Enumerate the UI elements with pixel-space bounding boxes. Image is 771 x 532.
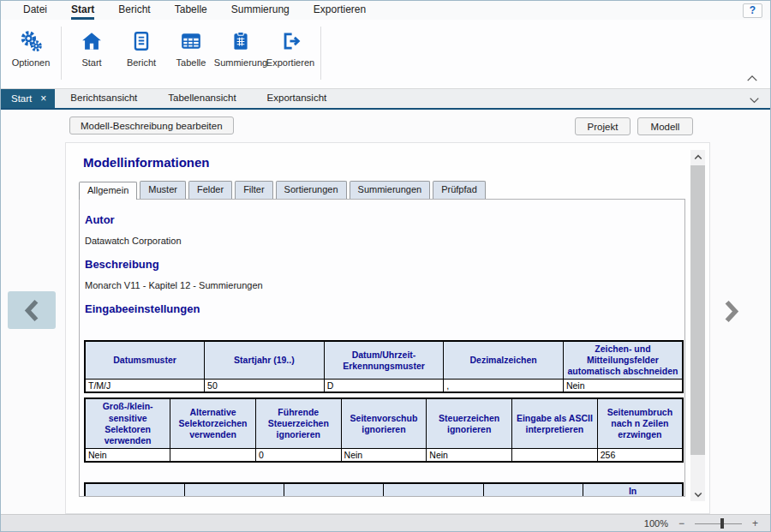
ribbon-collapse-chevron-icon[interactable] xyxy=(746,75,760,85)
tab-allgemein[interactable]: Allgemein xyxy=(79,182,137,200)
export-arrow-icon xyxy=(279,28,302,54)
help-button[interactable]: ? xyxy=(743,3,762,18)
edit-model-description-button[interactable]: Modell-Beschreibung bearbeiten xyxy=(69,117,234,134)
tab-sortierungen[interactable]: Sortierungen xyxy=(276,181,347,199)
table-cell: Nein xyxy=(427,448,512,462)
zoom-in-button[interactable]: + xyxy=(752,519,758,528)
tab-pruefpfad[interactable]: Prüfpfad xyxy=(433,181,486,199)
column-header: Zeichensatz xyxy=(184,483,284,497)
table-header-row: Groß-/klein-sensitive Selektoren verwend… xyxy=(85,398,683,448)
close-icon[interactable]: × xyxy=(40,94,46,103)
table-header-row: Trennzeichen Zeichensatz Erste Reihe ent… xyxy=(85,483,683,497)
menu-item-datei[interactable]: Datei xyxy=(11,1,59,20)
table-cell: Nein xyxy=(341,448,427,462)
column-header: Datum/Uhrzeit-Erkennungsmuster xyxy=(324,341,444,380)
column-header: Steuerzeichen ignorieren xyxy=(427,398,512,448)
view-tab-exportansicht[interactable]: Exportansicht xyxy=(252,89,343,108)
vertical-scrollbar[interactable] xyxy=(690,150,705,501)
tab-list-chevron-down-icon[interactable] xyxy=(749,97,760,104)
page-title: Modellinformationen xyxy=(83,155,709,170)
optionen-button[interactable]: Optionen xyxy=(6,23,56,68)
column-header: Datumsmuster xyxy=(85,341,205,380)
model-button[interactable]: Modell xyxy=(637,117,693,135)
app-window: Datei Start Bericht Tabelle Summierung E… xyxy=(0,0,771,532)
column-header: Bei Start zu überspringende Zeilen xyxy=(483,483,583,497)
column-header: Textkennzeichner xyxy=(384,483,483,497)
author-heading: Autor xyxy=(85,213,684,226)
column-header: Startjahr (19..) xyxy=(205,341,325,380)
column-header: Groß-/klein-sensitive Selektoren verwend… xyxy=(85,398,170,448)
scroll-down-chevron-icon[interactable] xyxy=(690,487,705,501)
column-header: Trennzeichen xyxy=(85,483,184,497)
ribbon-button-label: Start xyxy=(81,57,101,68)
column-header: Führende Steuerzeichen ignorieren xyxy=(255,398,341,448)
table-cell: , xyxy=(444,380,564,393)
ribbon-button-label: Optionen xyxy=(12,57,51,68)
zoom-slider-track xyxy=(695,523,742,524)
menu-bar: Datei Start Bericht Tabelle Summierung E… xyxy=(1,1,770,20)
description-heading: Beschreibung xyxy=(85,258,684,271)
column-header: Seitenvorschub ignorieren xyxy=(341,398,427,448)
column-header: Seitenumbruch nach n Zeilen erzwingen xyxy=(597,398,683,448)
main-area: Modell-Beschreibung bearbeiten Projekt M… xyxy=(1,110,770,514)
table-cell xyxy=(170,448,256,462)
ribbon: Optionen Start Bericht xyxy=(1,20,770,89)
table-cell: 0 xyxy=(255,448,341,462)
table-cell: Nein xyxy=(563,380,683,393)
view-tab-tabellenansicht[interactable]: Tabellenansicht xyxy=(152,89,251,108)
ribbon-button-label: Bericht xyxy=(127,57,156,68)
table-cell: 256 xyxy=(597,448,683,462)
bericht-button[interactable]: Bericht xyxy=(117,23,166,68)
scroll-up-chevron-icon[interactable] xyxy=(690,150,705,164)
tab-filter[interactable]: Filter xyxy=(235,181,272,199)
model-info-panel: Modellinformationen Allgemein Muster Fel… xyxy=(65,142,710,514)
tabelle-button[interactable]: Tabelle xyxy=(166,23,216,68)
home-icon xyxy=(81,28,103,54)
table-cell: D xyxy=(324,380,444,393)
column-header: Erste Reihe enthält die Spaltennamen xyxy=(284,483,384,497)
scrollbar-thumb[interactable] xyxy=(690,165,705,455)
view-tab-berichtsansicht[interactable]: Berichtsansicht xyxy=(55,89,152,108)
tab-summierungen[interactable]: Summierungen xyxy=(350,181,431,199)
menu-item-tabelle[interactable]: Tabelle xyxy=(163,1,219,20)
column-header: In Anführungszeichen gesetzte Werte könn… xyxy=(583,483,683,497)
previous-page-button[interactable] xyxy=(8,291,56,329)
project-button[interactable]: Projekt xyxy=(575,117,631,135)
table-row: Nein 0 Nein Nein 256 xyxy=(85,448,683,462)
date-settings-table: Datumsmuster Startjahr (19..) Datum/Uhrz… xyxy=(84,340,684,393)
column-header: Alternative Selektorzeichen verwenden xyxy=(170,398,256,448)
column-header: Eingabe als ASCII interpretieren xyxy=(512,398,598,448)
tab-muster[interactable]: Muster xyxy=(140,181,186,199)
table-row: T/M/J 50 D , Nein xyxy=(85,380,683,393)
ribbon-button-label: Summierung xyxy=(214,57,267,68)
zoom-level-label: 100% xyxy=(644,518,668,529)
menu-item-summierung[interactable]: Summierung xyxy=(219,1,302,20)
table-cell: T/M/J xyxy=(85,380,205,393)
model-info-tab-strip: Allgemein Muster Felder Filter Sortierun… xyxy=(79,181,709,199)
selector-settings-table: Groß-/klein-sensitive Selektoren verwend… xyxy=(84,398,684,463)
summierung-button[interactable]: Summierung xyxy=(216,23,266,68)
ribbon-separator xyxy=(61,27,62,80)
view-tab-bar: Start × Berichtsansicht Tabellenansicht … xyxy=(1,89,770,110)
menu-item-start[interactable]: Start xyxy=(59,1,106,20)
menu-item-bericht[interactable]: Bericht xyxy=(106,1,162,20)
zoom-slider[interactable] xyxy=(695,518,742,529)
ribbon-button-label: Tabelle xyxy=(176,57,206,68)
column-header: Dezimalzeichen xyxy=(444,341,564,380)
ribbon-separator xyxy=(320,27,321,80)
table-cell: Nein xyxy=(85,448,170,462)
author-value: Datawatch Corporation xyxy=(85,236,684,246)
table-cell xyxy=(512,448,598,462)
zoom-out-button[interactable]: − xyxy=(678,519,684,528)
view-tab-label: Start xyxy=(11,93,32,104)
delimiter-settings-table: Trennzeichen Zeichensatz Erste Reihe ent… xyxy=(84,482,684,497)
menu-item-exportieren[interactable]: Exportieren xyxy=(302,1,378,20)
tab-felder[interactable]: Felder xyxy=(188,181,232,199)
zoom-slider-handle[interactable] xyxy=(720,518,724,529)
table-header-row: Datumsmuster Startjahr (19..) Datum/Uhrz… xyxy=(85,341,683,380)
exportieren-button[interactable]: Exportieren xyxy=(266,23,315,68)
view-tab-start[interactable]: Start × xyxy=(1,89,55,108)
status-bar: 100% − + xyxy=(1,514,770,531)
start-button[interactable]: Start xyxy=(67,23,117,68)
next-page-button[interactable] xyxy=(719,294,744,328)
